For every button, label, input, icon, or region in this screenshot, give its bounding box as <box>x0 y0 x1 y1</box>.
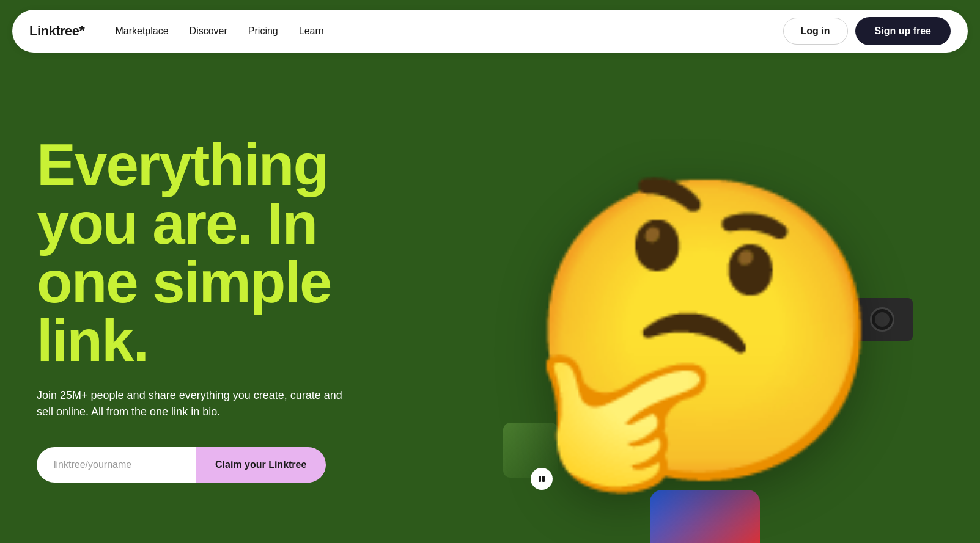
nav-link-learn[interactable]: Learn <box>290 21 333 42</box>
hero-right: 🤔 <box>466 99 943 543</box>
emoji-container: 🤔 <box>497 123 913 539</box>
hero-title: Everything you are. In one simple link. <box>37 136 403 370</box>
shirt-decoration <box>650 490 760 543</box>
navbar: Linktree* Marketplace Discover Pricing L… <box>12 10 968 53</box>
svg-rect-0 <box>539 476 541 482</box>
nav-link-discover[interactable]: Discover <box>181 21 236 42</box>
nav-links: Marketplace Discover Pricing Learn <box>106 21 332 42</box>
logo[interactable]: Linktree* <box>29 23 84 40</box>
logo-symbol: * <box>79 23 85 40</box>
hero-form: Claim your Linktree <box>37 447 403 483</box>
svg-rect-1 <box>542 476 545 482</box>
logo-text: Linktree <box>29 23 79 39</box>
nav-right: Log in Sign up free <box>783 17 951 45</box>
thinking-emoji-icon: 🤔 <box>522 184 888 478</box>
login-button[interactable]: Log in <box>783 18 848 45</box>
hero-subtitle: Join 25M+ people and share everything yo… <box>37 387 342 420</box>
pause-badge[interactable] <box>531 468 553 490</box>
claim-button[interactable]: Claim your Linktree <box>196 447 326 483</box>
nav-link-pricing[interactable]: Pricing <box>240 21 287 42</box>
hero-section: Everything you are. In one simple link. … <box>0 62 980 543</box>
signup-button[interactable]: Sign up free <box>855 17 951 45</box>
username-input[interactable] <box>37 447 196 483</box>
nav-link-marketplace[interactable]: Marketplace <box>106 21 177 42</box>
hero-left: Everything you are. In one simple link. … <box>37 99 403 483</box>
nav-left: Linktree* Marketplace Discover Pricing L… <box>29 21 333 42</box>
